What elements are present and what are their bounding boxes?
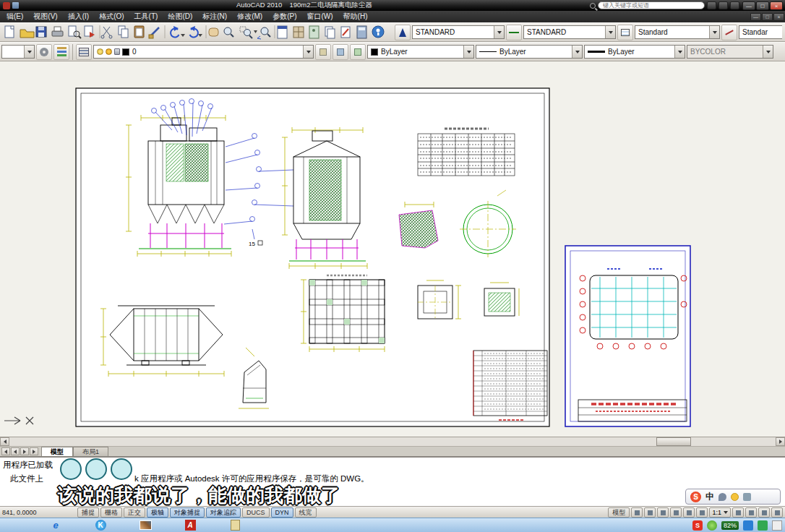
tool-palettes-icon[interactable]: [309, 26, 319, 38]
layer-panel-button[interactable]: [53, 44, 69, 60]
tray-messenger-icon[interactable]: [743, 520, 753, 531]
chevron-down-icon[interactable]: [709, 26, 719, 38]
chevron-down-icon[interactable]: [605, 26, 615, 38]
toolbox-icon[interactable]: [743, 493, 751, 501]
layer-freeze-sun-icon[interactable]: [106, 48, 112, 55]
search-button[interactable]: [707, 1, 716, 9]
designcenter-icon[interactable]: [293, 27, 304, 38]
multileader-style-combo[interactable]: Standar: [739, 25, 782, 39]
plot-preview-icon[interactable]: [69, 26, 81, 38]
battery-indicator[interactable]: 82%: [721, 521, 739, 530]
qnew-icon[interactable]: [5, 26, 14, 38]
dim-style-combo[interactable]: STANDARD: [523, 25, 616, 39]
toggle-ducs[interactable]: DUCS: [242, 507, 270, 518]
annotation-visibility-button[interactable]: [732, 507, 744, 518]
help-icon[interactable]: [372, 26, 384, 38]
doc-restore-button[interactable]: □: [762, 13, 773, 21]
lineweight-combo[interactable]: ByLayer: [584, 45, 685, 59]
emoji-icon[interactable]: [731, 493, 739, 501]
scroll-right-button[interactable]: [776, 437, 785, 446]
toggle-lineweight[interactable]: 线宽: [295, 507, 317, 518]
taskbar-ie-button[interactable]: e: [46, 519, 65, 531]
toggle-otrack[interactable]: 对象追踪: [206, 507, 241, 518]
toggle-snap[interactable]: 捕捉: [77, 507, 99, 518]
menu-format[interactable]: 格式(O): [94, 11, 129, 22]
layer-properties-manager-button[interactable]: [76, 44, 92, 60]
last-tab-button[interactable]: [30, 447, 38, 455]
workspace-settings-button[interactable]: [36, 44, 52, 60]
chevron-down-icon[interactable]: [572, 46, 582, 58]
menu-parametric[interactable]: 参数(P): [267, 11, 301, 22]
properties-icon[interactable]: [278, 26, 287, 38]
toggle-ortho[interactable]: 正交: [124, 507, 145, 518]
toggle-grid[interactable]: 栅格: [100, 507, 122, 518]
ime-mode-chinese[interactable]: 中: [705, 491, 714, 503]
chevron-down-icon[interactable]: [24, 46, 34, 58]
tab-layout1[interactable]: 布局1: [73, 447, 108, 456]
table-style-combo[interactable]: Standard: [635, 25, 720, 39]
save-icon[interactable]: [36, 27, 46, 37]
model-space-viewport[interactable]: 15: [0, 61, 785, 437]
menu-edit[interactable]: 辑(E): [1, 11, 28, 22]
tray-security-icon[interactable]: [758, 520, 768, 531]
menu-view[interactable]: 视图(V): [28, 11, 62, 22]
menu-draw[interactable]: 绘图(D): [163, 11, 197, 22]
scroll-left-button[interactable]: [0, 437, 9, 446]
linetype-combo[interactable]: ByLayer: [476, 45, 583, 59]
scrollbar-track[interactable]: [9, 437, 776, 446]
communication-center-icon[interactable]: [718, 1, 728, 9]
prev-tab-button[interactable]: [11, 447, 20, 455]
toggle-osnap[interactable]: 对象捕捉: [170, 507, 205, 518]
scrollbar-thumb[interactable]: [656, 437, 691, 446]
open-icon[interactable]: [20, 30, 34, 38]
next-tab-button[interactable]: [20, 447, 29, 455]
doc-minimize-button[interactable]: —: [750, 13, 761, 21]
menu-help[interactable]: 帮助(H): [338, 11, 373, 22]
dim-style-icon[interactable]: [506, 25, 522, 40]
sogou-ime-bar[interactable]: S 中: [685, 489, 781, 505]
taskbar-photo-button[interactable]: [136, 519, 155, 531]
zoom-previous-icon[interactable]: [257, 27, 270, 39]
multileader-style-icon[interactable]: [721, 25, 737, 40]
paste-icon[interactable]: [134, 26, 144, 38]
sogou-logo[interactable]: S: [690, 492, 701, 502]
toggle-dyn[interactable]: DYN: [271, 507, 293, 518]
quick-access-icon[interactable]: [12, 2, 19, 9]
clean-screen-button[interactable]: [771, 507, 783, 518]
taskbar-autocad-button[interactable]: A: [181, 519, 200, 531]
favorites-icon[interactable]: [730, 1, 739, 9]
tray-network-icon[interactable]: [772, 520, 782, 531]
text-style-combo[interactable]: STANDARD: [412, 25, 505, 39]
layer-color-swatch[interactable]: [122, 48, 129, 56]
menu-window[interactable]: 窗口(W): [302, 11, 338, 22]
first-tab-button[interactable]: [1, 447, 10, 455]
minimize-button[interactable]: —: [742, 1, 755, 10]
sheet-set-manager-icon[interactable]: [325, 27, 335, 38]
zoom-realtime-icon[interactable]: [224, 27, 233, 37]
zoom-button[interactable]: [670, 507, 682, 518]
quick-view-layouts-button[interactable]: [631, 507, 643, 518]
menu-dimension[interactable]: 标注(N): [197, 11, 232, 22]
show-motion-button[interactable]: [696, 507, 708, 518]
copy-icon[interactable]: [119, 26, 128, 38]
taskbar-kugou-button[interactable]: K: [91, 519, 110, 531]
quickcalc-icon[interactable]: [357, 26, 366, 38]
steering-wheel-button[interactable]: [683, 507, 695, 518]
make-object-layer-current-button[interactable]: [315, 44, 331, 60]
horizontal-scrollbar[interactable]: [0, 437, 785, 446]
tray-antivirus-icon[interactable]: [707, 520, 717, 531]
workspace-combo[interactable]: [1, 45, 35, 59]
chevron-down-icon[interactable]: [303, 46, 313, 58]
match-properties-icon[interactable]: [149, 27, 159, 38]
workspace-switching-button[interactable]: [745, 507, 757, 518]
layer-combo[interactable]: 0: [93, 45, 314, 59]
undo-icon[interactable]: [171, 26, 185, 38]
model-space-button[interactable]: 模型: [608, 507, 630, 518]
chevron-down-icon[interactable]: [494, 26, 504, 38]
restore-button[interactable]: □: [756, 1, 769, 10]
taskbar-clipboard-button[interactable]: [226, 519, 244, 531]
plot-icon[interactable]: [52, 27, 63, 36]
layer-lock-icon[interactable]: [114, 48, 120, 55]
cut-icon[interactable]: [101, 27, 112, 38]
close-button[interactable]: ×: [770, 1, 783, 10]
